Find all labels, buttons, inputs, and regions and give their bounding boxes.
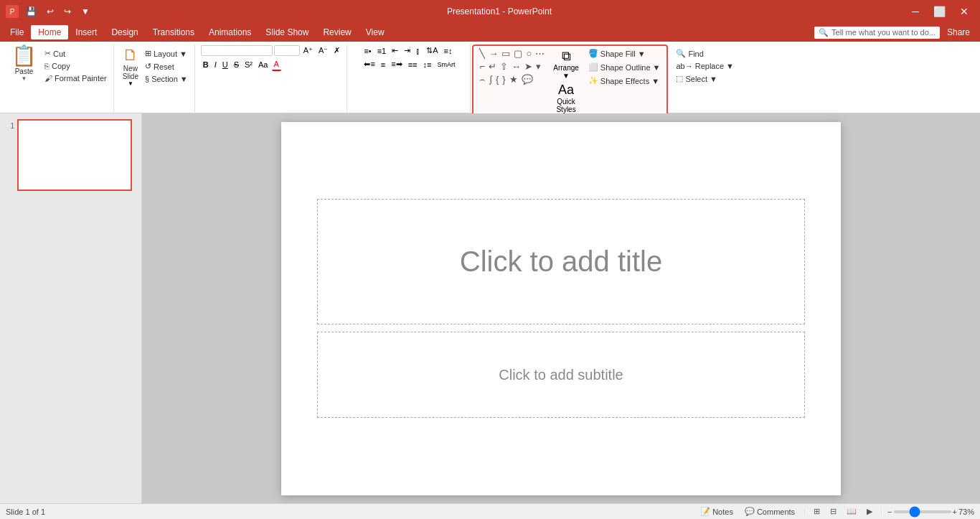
menu-animations[interactable]: Animations — [202, 25, 258, 39]
canvas-area: Click to add title Click to add subtitle — [142, 113, 980, 503]
align-left-button[interactable]: ⬅≡ — [362, 58, 377, 70]
bold-button[interactable]: B — [201, 59, 211, 70]
normal-view-button[interactable]: ⊞ — [811, 506, 823, 517]
reading-view-button[interactable]: 📖 — [844, 506, 859, 517]
slide-thumbnail[interactable] — [17, 119, 132, 191]
restore-button[interactable]: ⬜ — [928, 4, 951, 19]
notes-button[interactable]: 📝 Notes — [697, 506, 737, 517]
reset-button[interactable]: ↺ Reset — [143, 60, 190, 73]
title-bar-right: ─ ⬜ ✕ — [906, 4, 974, 19]
font-controls: A⁺ A⁻ ✗ B I U S S² Aa A — [201, 45, 343, 71]
align-right-button[interactable]: ≡➡ — [389, 58, 404, 70]
justify-button[interactable]: ≡≡ — [406, 59, 420, 70]
arc-shape[interactable]: ⌢ — [478, 73, 487, 86]
menu-file[interactable]: File — [3, 25, 31, 39]
arrow-shape[interactable]: → — [487, 47, 499, 60]
zoom-in-button[interactable]: + — [953, 508, 957, 516]
numbering-button[interactable]: ≡1 — [375, 45, 389, 57]
section-button[interactable]: § Section ▼ — [143, 73, 190, 85]
block-arrow-shape[interactable]: ➤ — [523, 60, 534, 73]
menu-design[interactable]: Design — [104, 25, 145, 39]
increase-indent-button[interactable]: ⇥ — [402, 45, 413, 57]
font-size-input[interactable] — [274, 45, 300, 56]
arrange-icon: ⧉ — [562, 49, 571, 64]
menu-insert[interactable]: Insert — [68, 25, 104, 39]
slide-canvas[interactable]: Click to add title Click to add subtitle — [281, 122, 841, 495]
oval-shape[interactable]: ○ — [524, 47, 533, 60]
window-title: Presentation1 - PowerPoint — [93, 6, 906, 17]
layout-button[interactable]: ⊞ Layout ▼ — [143, 47, 190, 60]
paste-label: Paste — [15, 67, 34, 75]
rect-shape[interactable]: ▭ — [500, 47, 512, 60]
clear-format-button[interactable]: ✗ — [331, 45, 342, 57]
undo-qat-button[interactable]: ↩ — [44, 5, 57, 18]
slide-number: 1 — [4, 122, 14, 130]
shape-fill-button[interactable]: 🪣 Shape Fill ▼ — [586, 47, 663, 60]
share-button[interactable]: Share — [940, 25, 977, 39]
menu-review[interactable]: Review — [316, 25, 358, 39]
cut-button[interactable]: ✂ Cut — [42, 47, 109, 60]
right-angle-shape[interactable]: ⌐ — [478, 60, 486, 73]
brace-right-shape[interactable]: } — [501, 73, 507, 86]
bullets-button[interactable]: ≡• — [362, 45, 373, 57]
shape-outline-button[interactable]: ⬜ Shape Outline ▼ — [586, 61, 663, 73]
customize-qat-button[interactable]: ▼ — [78, 5, 93, 18]
shapes-more-icon[interactable]: ⋯ — [534, 47, 546, 60]
menu-home[interactable]: Home — [31, 25, 68, 39]
shadow-button[interactable]: S² — [242, 59, 255, 70]
comments-button[interactable]: 💬 Comments — [741, 506, 798, 517]
font-name-input[interactable] — [201, 45, 273, 56]
search-box[interactable]: 🔍 Tell me what you want to do... — [814, 27, 940, 39]
copy-button[interactable]: ⎘ Copy — [42, 60, 109, 72]
rounded-rect-shape[interactable]: ▢ — [512, 47, 524, 60]
left-right-arrow[interactable]: ↔ — [510, 60, 522, 73]
find-label: Find — [688, 50, 703, 58]
slideshow-button[interactable]: ▶ — [864, 506, 875, 517]
replace-button[interactable]: ab→ Replace ▼ — [674, 60, 736, 72]
minimize-button[interactable]: ─ — [906, 4, 925, 19]
comments-label: Comments — [757, 508, 795, 516]
align-text-button[interactable]: ≡↕ — [442, 45, 455, 57]
shapes-down-icon[interactable]: ▾ — [534, 60, 542, 73]
subtitle-placeholder-box[interactable]: Click to add subtitle — [317, 332, 805, 418]
menu-slideshow[interactable]: Slide Show — [258, 25, 316, 39]
star-shape[interactable]: ★ — [508, 73, 519, 86]
format-painter-button[interactable]: 🖌 Format Painter — [42, 73, 109, 84]
underline-button[interactable]: U — [220, 59, 230, 70]
select-button[interactable]: ⬚ Select ▼ — [674, 73, 736, 85]
up-arrow-shape[interactable]: ⇧ — [499, 60, 509, 73]
curve-shape[interactable]: ∫ — [488, 73, 494, 86]
shape-effects-button[interactable]: ✨ Shape Effects ▼ — [586, 75, 663, 87]
callout-shape[interactable]: 💬 — [520, 73, 534, 86]
title-placeholder-box[interactable]: Click to add title — [317, 199, 805, 324]
slide-thumb-container: 1 — [4, 119, 137, 191]
slide-sorter-button[interactable]: ⊟ — [827, 506, 839, 517]
zoom-out-button[interactable]: − — [887, 508, 892, 516]
paste-button[interactable]: 📋 Paste ▼ — [7, 45, 41, 83]
bent-arrow-shape[interactable]: ↵ — [487, 60, 498, 73]
save-qat-button[interactable]: 💾 — [23, 5, 39, 18]
menu-view[interactable]: View — [359, 25, 392, 39]
new-slide-button[interactable]: 🗋 New Slide ▼ — [120, 45, 141, 88]
text-direction-button[interactable]: ⇅A — [424, 45, 440, 57]
close-button[interactable]: ✕ — [954, 4, 974, 19]
change-case-button[interactable]: Aa — [256, 59, 270, 70]
decrease-font-button[interactable]: A⁻ — [316, 45, 330, 57]
redo-qat-button[interactable]: ↪ — [61, 5, 74, 18]
line-shape[interactable]: ╲ — [478, 47, 486, 60]
convert-smartart-button[interactable]: SmArt — [435, 60, 457, 70]
arrange-button[interactable]: ⧉ Arrange ▼ — [549, 47, 583, 81]
italic-button[interactable]: I — [212, 59, 219, 70]
font-color-button[interactable]: A — [272, 58, 281, 71]
find-button[interactable]: 🔍 Find — [674, 47, 736, 60]
brace-left-shape[interactable]: { — [494, 73, 500, 86]
increase-font-button[interactable]: A⁺ — [301, 45, 315, 57]
zoom-slider[interactable] — [894, 510, 951, 513]
line-spacing-button[interactable]: ↕≡ — [420, 59, 433, 70]
columns-button[interactable]: ⫿ — [414, 45, 423, 57]
menu-transitions[interactable]: Transitions — [146, 25, 202, 39]
decrease-indent-button[interactable]: ⇤ — [390, 45, 400, 57]
strikethrough-button[interactable]: S — [232, 59, 241, 70]
notes-label: Notes — [712, 508, 733, 516]
align-center-button[interactable]: ≡ — [379, 59, 387, 70]
